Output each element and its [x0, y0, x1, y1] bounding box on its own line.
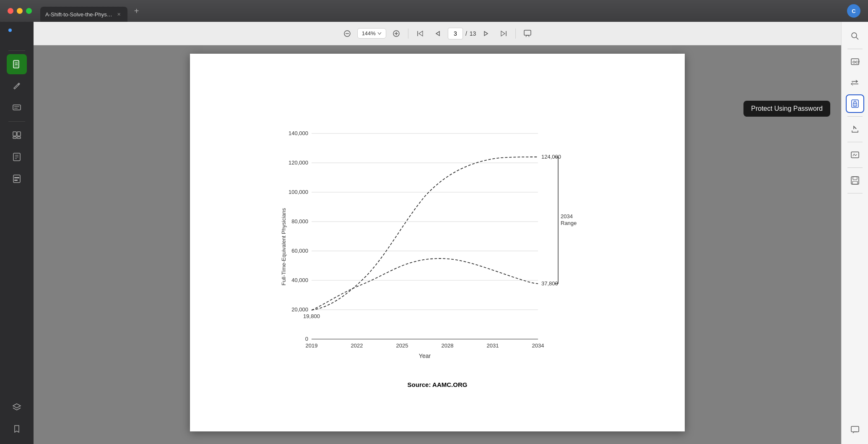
right-divider-3 [847, 142, 863, 142]
close-button[interactable] [8, 8, 13, 14]
svg-text:2022: 2022 [351, 342, 363, 349]
zoom-in-button[interactable] [389, 26, 404, 41]
tab-bar: A-Shift-to-Solve-the-Phys… ✕ + [40, 0, 143, 22]
share-icon-button[interactable] [846, 120, 864, 138]
tooltip-box: Protect Using Password [743, 101, 830, 117]
svg-rect-17 [14, 180, 18, 181]
svg-line-60 [856, 37, 858, 39]
convert-icon-button[interactable] [846, 73, 864, 92]
pdf-page: 140,000 120,000 100,000 80,000 60,000 40… [190, 54, 685, 431]
svg-rect-25 [524, 30, 531, 35]
page-display: / 13 [448, 28, 476, 39]
chart-svg: 140,000 120,000 100,000 80,000 60,000 40… [278, 79, 597, 364]
main-layout: 144% / 13 [0, 22, 868, 444]
page-separator: / [465, 30, 467, 37]
zoom-control[interactable]: 144% [357, 28, 386, 39]
svg-text:20,000: 20,000 [291, 306, 308, 313]
svg-rect-69 [852, 181, 858, 184]
zoom-out-button[interactable] [340, 26, 355, 41]
sidebar-item-layers[interactable] [7, 397, 27, 417]
svg-rect-8 [17, 132, 21, 136]
svg-text:2028: 2028 [442, 342, 454, 349]
page-input[interactable] [448, 28, 463, 39]
tab-close-button[interactable]: ✕ [116, 11, 122, 18]
titlebar: A-Shift-to-Solve-the-Phys… ✕ + C [0, 0, 868, 22]
window-controls [0, 8, 32, 14]
svg-text:2031: 2031 [487, 342, 499, 349]
sidebar-divider-2 [8, 121, 25, 122]
svg-text:0: 0 [305, 336, 308, 342]
toolbar-sep-1 [408, 29, 408, 39]
svg-rect-68 [853, 177, 857, 180]
left-sidebar [0, 22, 34, 444]
svg-text:Year: Year [419, 353, 431, 359]
right-sidebar: OCR [841, 22, 868, 444]
svg-rect-7 [13, 132, 16, 136]
comment-icon-button[interactable] [846, 420, 864, 439]
sidebar-item-organize[interactable] [7, 125, 27, 145]
svg-point-59 [852, 33, 857, 38]
svg-text:40,000: 40,000 [291, 277, 308, 283]
sidebar-divider-1 [8, 50, 25, 51]
svg-text:2034: 2034 [532, 342, 544, 349]
sign-icon-button[interactable] [846, 146, 864, 164]
maximize-button[interactable] [26, 8, 32, 14]
ocr-icon-button[interactable]: OCR [846, 52, 864, 71]
protect-icon-button[interactable] [846, 94, 864, 113]
svg-point-65 [854, 104, 855, 105]
save-icon-button[interactable] [846, 171, 864, 190]
svg-rect-10 [17, 137, 21, 138]
svg-rect-16 [14, 177, 19, 178]
chart-container: 140,000 120,000 100,000 80,000 60,000 40… [215, 71, 660, 373]
svg-text:19,800: 19,800 [303, 313, 320, 319]
next-page-button[interactable] [478, 26, 494, 41]
svg-rect-70 [851, 426, 859, 432]
svg-text:Full-Time-Equivalent Physician: Full-Time-Equivalent Physicians [281, 208, 287, 285]
last-page-button[interactable] [496, 26, 511, 41]
first-page-button[interactable] [413, 26, 428, 41]
sidebar-item-edit[interactable] [7, 76, 27, 96]
svg-text:100,000: 100,000 [288, 189, 308, 195]
sidebar-item-document[interactable] [7, 54, 27, 74]
right-divider-4 [847, 167, 863, 168]
sidebar-item-forms[interactable] [7, 147, 27, 167]
avatar: C [847, 4, 860, 18]
svg-text:140,000: 140,000 [288, 130, 308, 136]
svg-text:Range: Range [561, 220, 577, 226]
svg-text:OCR: OCR [852, 60, 860, 64]
tooltip-text: Protect Using Password [751, 105, 823, 112]
page-total: 13 [470, 30, 476, 37]
prev-page-button[interactable] [430, 26, 445, 41]
right-divider-2 [847, 116, 863, 117]
svg-rect-9 [13, 137, 16, 138]
active-tab[interactable]: A-Shift-to-Solve-the-Phys… ✕ [40, 7, 127, 22]
tab-title: A-Shift-to-Solve-the-Phys… [45, 11, 112, 18]
new-tab-button[interactable]: + [131, 5, 143, 17]
search-icon-button[interactable] [846, 27, 864, 45]
svg-text:2019: 2019 [306, 342, 318, 349]
sidebar-item-comment[interactable] [7, 98, 27, 118]
annotation-button[interactable] [520, 26, 535, 41]
toolbar: 144% / 13 [34, 22, 841, 45]
toolbar-sep-2 [515, 29, 516, 39]
sidebar-item-dot [7, 27, 27, 47]
pdf-viewport[interactable]: 140,000 120,000 100,000 80,000 60,000 40… [34, 45, 841, 444]
minimize-button[interactable] [17, 8, 23, 14]
sidebar-notification-dot [8, 29, 12, 32]
content-area: 144% / 13 [34, 22, 841, 444]
sidebar-item-bookmark[interactable] [7, 419, 27, 439]
svg-text:2034: 2034 [561, 213, 573, 219]
svg-rect-4 [13, 105, 21, 110]
svg-text:2025: 2025 [396, 342, 408, 349]
svg-rect-1 [13, 60, 19, 68]
chart-source: Source: AAMC.ORG [215, 381, 660, 388]
svg-text:60,000: 60,000 [291, 248, 308, 254]
tooltip-container: Protect Using Password [743, 101, 830, 117]
svg-text:80,000: 80,000 [291, 218, 308, 225]
svg-text:120,000: 120,000 [288, 159, 308, 166]
svg-rect-15 [13, 175, 20, 183]
right-divider-5 [847, 193, 863, 193]
right-divider-1 [847, 49, 863, 49]
sidebar-item-redact[interactable] [7, 169, 27, 189]
zoom-value: 144% [362, 30, 376, 37]
